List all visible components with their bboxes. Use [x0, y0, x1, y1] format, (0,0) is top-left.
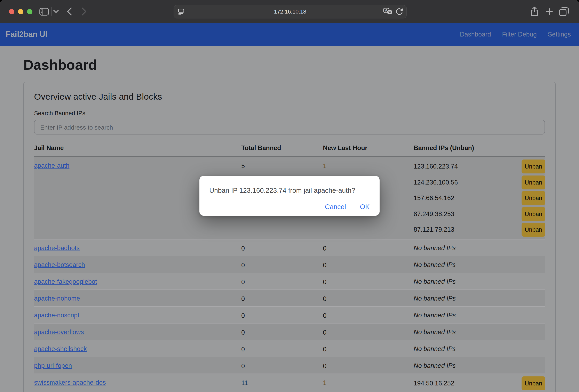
new-last-hour-cell: 0 [323, 239, 414, 256]
no-banned-ips-text: No banned IPs [414, 244, 545, 252]
banned-ip-item: 157.66.54.162Unban [414, 190, 545, 206]
new-last-hour-cell: 0 [323, 289, 414, 306]
search-input[interactable] [34, 120, 545, 134]
header-total-banned: Total Banned [241, 144, 323, 157]
card-title: Overview active Jails and Blocks [34, 92, 545, 102]
new-last-hour-cell: 0 [323, 323, 414, 340]
total-banned-cell: 0 [241, 239, 323, 256]
banned-ips-cell: No banned IPs [414, 340, 545, 357]
total-banned-cell: 0 [241, 357, 323, 374]
new-last-hour-cell: 0 [323, 273, 414, 289]
jail-link[interactable]: apache-shellshock [34, 345, 87, 352]
page-format-icon[interactable] [178, 8, 185, 15]
jail-row: apache-botsearch00No banned IPs [34, 256, 545, 273]
jail-row: apache-badbots00No banned IPs [34, 239, 545, 256]
browser-toolbar: 172.16.10.18 A [0, 0, 579, 23]
header-jail-name: Jail Name [34, 144, 241, 157]
jail-row: swissmakers-apache-dos111194.50.16.252Un… [34, 374, 545, 392]
table-header-row: Jail Name Total Banned New Last Hour Ban… [34, 144, 545, 157]
no-banned-ips-text: No banned IPs [414, 311, 545, 319]
address-bar[interactable]: 172.16.10.18 A [174, 5, 407, 18]
jail-row: apache-nohome00No banned IPs [34, 289, 545, 306]
app-navbar: Fail2ban UI Dashboard Filter Debug Setti… [0, 23, 579, 46]
unban-button[interactable]: Unban [521, 191, 545, 205]
banned-ip: 87.249.38.253 [414, 210, 454, 218]
banned-ip: 124.236.100.56 [414, 179, 458, 186]
banned-ip: 194.50.16.252 [414, 380, 454, 387]
jail-link[interactable]: apache-fakegooglebot [34, 278, 97, 285]
banned-ip-item: 124.236.100.56Unban [414, 174, 545, 190]
nav-link-settings[interactable]: Settings [548, 31, 571, 38]
no-banned-ips-text: No banned IPs [414, 261, 545, 268]
jail-row: apache-fakegooglebot00No banned IPs [34, 273, 545, 289]
jail-link[interactable]: apache-botsearch [34, 261, 85, 268]
jail-row: apache-overflows00No banned IPs [34, 323, 545, 340]
window-controls [9, 9, 32, 14]
cancel-button[interactable]: Cancel [325, 203, 346, 211]
new-last-hour-cell: 0 [323, 357, 414, 374]
jail-link[interactable]: apache-noscript [34, 311, 79, 318]
confirm-message: Unban IP 123.160.223.74 from jail apache… [199, 176, 380, 194]
new-tab-icon[interactable] [545, 0, 553, 23]
chevron-down-icon[interactable] [53, 0, 59, 23]
nav-link-filter-debug[interactable]: Filter Debug [502, 31, 537, 38]
unban-button[interactable]: Unban [521, 223, 545, 237]
unban-button[interactable]: Unban [521, 376, 545, 390]
banned-ip: 123.160.223.74 [414, 163, 458, 170]
jail-link[interactable]: apache-badbots [34, 244, 80, 251]
jail-link[interactable]: apache-nohome [34, 295, 80, 302]
zoom-window-button[interactable] [27, 9, 32, 14]
jail-link[interactable]: swissmakers-apache-dos [34, 379, 106, 386]
back-icon[interactable] [67, 0, 72, 23]
header-new-last-hour: New Last Hour [323, 144, 414, 157]
unban-button[interactable]: Unban [521, 207, 545, 221]
no-banned-ips-text: No banned IPs [414, 328, 545, 336]
banned-ip-item: 123.160.223.74Unban [414, 159, 545, 174]
new-last-hour-cell: 0 [323, 256, 414, 273]
no-banned-ips-text: No banned IPs [414, 345, 545, 352]
toolbar-separator [51, 7, 52, 16]
banned-ip: 157.66.54.162 [414, 195, 454, 202]
banned-ips-cell: 194.50.16.252UnbanUnban [414, 374, 545, 392]
new-last-hour-cell: 0 [323, 340, 414, 357]
total-banned-cell: 11 [241, 374, 323, 392]
total-banned-cell: 0 [241, 306, 323, 323]
banned-ips-cell: No banned IPs [414, 239, 545, 256]
banned-ip-item: 194.50.16.252Unban [414, 375, 545, 391]
jail-link[interactable]: apache-overflows [34, 328, 84, 335]
url-text: 172.16.10.18 [274, 9, 306, 15]
translate-icon[interactable]: A [383, 7, 392, 16]
banned-ips-cell: No banned IPs [414, 256, 545, 273]
banned-ips-cell: 123.160.223.74Unban124.236.100.56Unban15… [414, 157, 545, 239]
share-icon[interactable] [530, 0, 539, 23]
unban-button[interactable]: Unban [521, 160, 545, 174]
jail-link[interactable]: php-url-fopen [34, 362, 72, 369]
jail-row: apache-noscript00No banned IPs [34, 306, 545, 323]
total-banned-cell: 0 [241, 340, 323, 357]
jails-card: Overview active Jails and Blocks Search … [23, 82, 556, 392]
banned-ips-cell: No banned IPs [414, 289, 545, 306]
banned-ip-item: 87.249.38.253Unban [414, 206, 545, 222]
banned-ips-cell: No banned IPs [414, 357, 545, 374]
nav-link-dashboard[interactable]: Dashboard [460, 31, 491, 38]
dialog-divider [199, 200, 380, 200]
jail-link[interactable]: apache-auth [34, 162, 69, 169]
total-banned-cell: 0 [241, 323, 323, 340]
no-banned-ips-text: No banned IPs [414, 361, 545, 369]
total-banned-cell: 0 [241, 256, 323, 273]
nav-links: Dashboard Filter Debug Settings [460, 31, 571, 38]
ok-button[interactable]: OK [360, 203, 370, 211]
forward-icon[interactable] [82, 0, 87, 23]
jail-row: apache-shellshock00No banned IPs [34, 340, 545, 357]
search-label: Search Banned IPs [34, 110, 545, 116]
sidebar-icon[interactable] [39, 0, 49, 23]
brand[interactable]: Fail2ban UI [6, 30, 47, 39]
tab-overview-icon[interactable] [559, 0, 569, 23]
page-title: Dashboard [0, 46, 579, 73]
reload-icon[interactable] [396, 7, 403, 15]
minimize-window-button[interactable] [18, 9, 23, 14]
close-window-button[interactable] [9, 9, 14, 14]
jail-row: php-url-fopen00No banned IPs [34, 357, 545, 374]
new-last-hour-cell: 0 [323, 306, 414, 323]
unban-button[interactable]: Unban [521, 175, 545, 189]
